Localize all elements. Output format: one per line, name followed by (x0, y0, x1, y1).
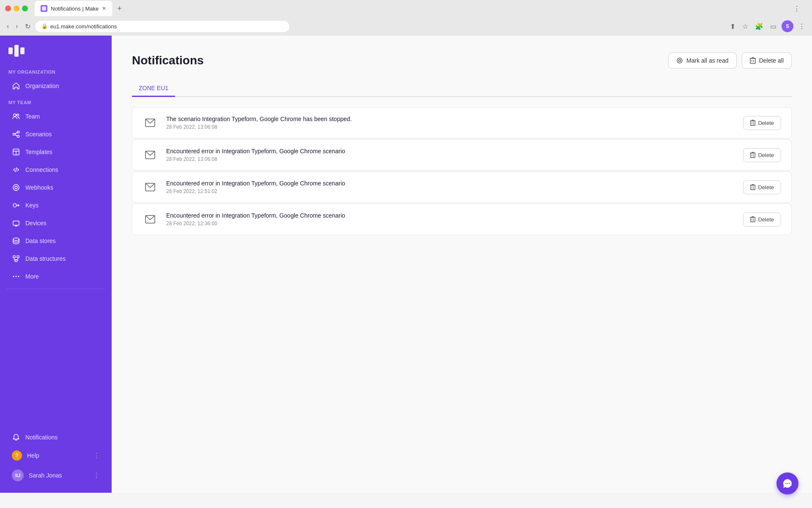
delete-all-label: Delete all (759, 57, 784, 64)
maximize-window-button[interactable] (22, 6, 28, 11)
sidebar-divider (7, 289, 105, 289)
notification-content: Encountered error in Integration Typefor… (166, 180, 735, 194)
sidebar-item-help[interactable]: ? Help ⋮ (3, 446, 108, 465)
notification-title: Encountered error in Integration Typefor… (166, 212, 735, 219)
help-more-button[interactable]: ⋮ (93, 452, 100, 460)
sidebar-item-data-stores[interactable]: Data stores (3, 232, 108, 249)
sidebar-item-label: Data structures (25, 255, 66, 262)
svg-point-32 (677, 58, 682, 63)
sidebar-item-keys[interactable]: Keys (3, 197, 108, 214)
share-button[interactable]: ⬆ (728, 21, 737, 32)
notification-content: The scenario Integration Typeform, Googl… (166, 116, 735, 130)
main-content: Notifications Mark all as read (112, 36, 812, 493)
page-title: Notifications (132, 54, 204, 67)
sidebar-item-connections[interactable]: Connections (3, 161, 108, 178)
sidebar-item-label: More (25, 273, 39, 280)
sidebar-item-label: Webhooks (25, 184, 53, 191)
notification-title: The scenario Integration Typeform, Googl… (166, 116, 735, 122)
new-tab-button[interactable]: + (114, 3, 125, 15)
logo-icon (8, 44, 103, 58)
svg-point-64 (787, 483, 788, 484)
notification-time: 28 Feb 2022, 12:51:02 (166, 188, 735, 194)
avatar: SJ (12, 469, 24, 481)
tab-label: ZONE EU1 (139, 85, 168, 91)
data-stores-icon (12, 237, 20, 245)
sidebar-item-label: Data stores (25, 237, 56, 244)
sidebar-item-devices[interactable]: Devices (3, 215, 108, 232)
sidebar-item-more[interactable]: More (3, 268, 108, 285)
notification-delete-button[interactable]: Delete (743, 116, 781, 130)
sidebar-item-scenarios[interactable]: Scenarios (3, 126, 108, 143)
trash-icon (750, 57, 756, 64)
sidebar-item-team[interactable]: Team (3, 108, 108, 125)
forward-button[interactable]: › (14, 21, 19, 32)
tab-bar: Notifications | Make ✕ + (31, 1, 129, 16)
close-window-button[interactable] (5, 6, 11, 11)
svg-rect-40 (751, 121, 755, 126)
profile-button[interactable]: S (782, 20, 793, 32)
tab-favicon (41, 5, 47, 12)
notification-delete-button[interactable]: Delete (743, 213, 781, 226)
svg-point-4 (14, 114, 16, 116)
svg-point-16 (15, 186, 17, 189)
sidebar-item-notifications[interactable]: Notifications (3, 429, 108, 446)
notification-envelope-icon (143, 115, 158, 130)
svg-point-30 (16, 276, 17, 277)
mark-all-as-read-button[interactable]: Mark all as read (668, 52, 737, 69)
url-bar[interactable]: 🔒 eu1.make.com/notifications (36, 21, 289, 32)
notification-time: 28 Feb 2022, 13:06:08 (166, 156, 735, 162)
address-bar: ‹ › ↻ 🔒 eu1.make.com/notifications ⬆ ☆ 🧩… (0, 17, 812, 36)
svg-point-33 (679, 60, 681, 62)
svg-rect-1 (8, 47, 13, 54)
sidebar-toggle-button[interactable]: ▭ (768, 21, 778, 32)
chat-fab-button[interactable] (776, 472, 798, 494)
bookmark-button[interactable]: ☆ (741, 21, 750, 32)
browser-tab-active[interactable]: Notifications | Make ✕ (35, 1, 112, 16)
svg-point-5 (17, 114, 19, 116)
notification-delete-button[interactable]: Delete (743, 148, 781, 162)
svg-line-9 (15, 133, 17, 134)
help-icon: ? (12, 450, 22, 461)
chat-icon (782, 478, 793, 489)
sidebar-item-label: Scenarios (25, 131, 52, 138)
svg-rect-0 (42, 6, 46, 11)
svg-rect-3 (20, 47, 25, 54)
scenarios-icon (12, 130, 20, 138)
user-more-button[interactable]: ⋮ (93, 472, 100, 480)
user-name: Sarah Jonas (29, 472, 62, 479)
tabs: ZONE EU1 (132, 80, 792, 97)
svg-rect-18 (13, 221, 19, 225)
tab-close-button[interactable]: ✕ (102, 6, 106, 11)
reload-button[interactable]: ↻ (23, 21, 32, 32)
svg-rect-46 (751, 153, 755, 158)
logo[interactable] (0, 36, 112, 64)
notification-title: Encountered error in Integration Typefor… (166, 180, 735, 187)
connections-icon (12, 166, 20, 174)
back-button[interactable]: ‹ (5, 21, 11, 32)
sidebar-item-webhooks[interactable]: Webhooks (3, 179, 108, 196)
mark-all-label: Mark all as read (686, 57, 729, 64)
delete-all-button[interactable]: Delete all (742, 52, 792, 69)
trash-icon (750, 184, 755, 190)
sidebar: MY ORGANIZATION Organization MY TEAM Tea… (0, 36, 112, 493)
browser-menu-button[interactable]: ⋮ (797, 21, 807, 32)
notification-delete-button[interactable]: Delete (743, 180, 781, 194)
sidebar-item-user[interactable]: SJ Sarah Jonas ⋮ (3, 465, 108, 486)
browser-more-button[interactable]: ⋮ (792, 3, 802, 14)
svg-point-63 (785, 483, 786, 484)
data-structures-icon (12, 254, 20, 263)
sidebar-item-organization[interactable]: Organization (3, 77, 108, 94)
svg-rect-2 (14, 45, 19, 57)
header-actions: Mark all as read Delete all (668, 52, 792, 69)
tab-zone-eu1[interactable]: ZONE EU1 (132, 80, 175, 97)
sidebar-item-templates[interactable]: Templates (3, 144, 108, 160)
traffic-lights (5, 6, 28, 11)
sidebar-item-data-structures[interactable]: Data structures (3, 250, 108, 267)
svg-line-14 (16, 168, 16, 172)
lock-icon: 🔒 (41, 23, 48, 29)
sidebar-item-label: Team (25, 113, 40, 120)
svg-rect-58 (751, 218, 755, 222)
minimize-window-button[interactable] (14, 6, 19, 11)
extensions-button[interactable]: 🧩 (753, 21, 765, 32)
sidebar-item-label: Notifications (25, 434, 58, 441)
